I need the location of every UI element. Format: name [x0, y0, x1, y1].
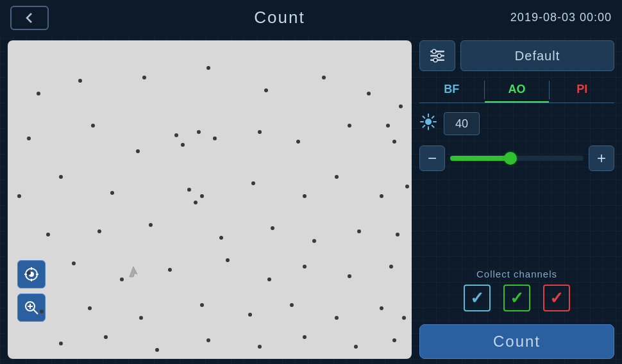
sample-dot [213, 136, 217, 140]
sample-dot [226, 258, 230, 262]
sample-dot [120, 277, 124, 281]
checkmark-bf: ✓ [470, 288, 484, 308]
sample-dot [97, 229, 101, 233]
sample-dot [348, 124, 351, 128]
sample-dot [197, 130, 201, 134]
channel-tabs: BF AO PI [419, 78, 614, 103]
pencil-icon [124, 263, 142, 283]
plus-button[interactable]: + [589, 145, 614, 171]
sample-dot [59, 342, 63, 345]
collect-checkboxes: ✓ ✓ ✓ [464, 285, 570, 311]
sample-dot [59, 175, 63, 179]
tab-ao[interactable]: AO [485, 78, 550, 103]
sample-dot [194, 201, 198, 204]
page-title: Count [254, 8, 305, 28]
svg-point-13 [432, 49, 436, 53]
sample-dot [322, 76, 326, 79]
preset-icon-button[interactable] [419, 40, 455, 71]
sample-dot [264, 88, 268, 92]
checkbox-pi[interactable]: ✓ [543, 285, 570, 311]
sample-dot [290, 303, 294, 307]
sample-dot [396, 233, 399, 236]
sample-dot [335, 175, 339, 179]
sample-dot [142, 76, 146, 79]
svg-line-23 [432, 117, 434, 119]
slider-row: − + [419, 144, 614, 172]
sample-dot [348, 274, 351, 278]
sample-dot [402, 316, 406, 320]
tab-bf[interactable]: BF [419, 78, 484, 103]
brightness-row: 40 [419, 110, 614, 138]
slider-track[interactable] [450, 156, 584, 161]
sample-dot [104, 335, 108, 339]
sample-dot [267, 277, 271, 281]
count-button[interactable]: Count [419, 324, 614, 359]
sample-dot [258, 345, 262, 349]
main-content: Default BF AO PI [0, 35, 622, 364]
sample-dot [392, 140, 396, 144]
sample-dot [139, 316, 143, 320]
slider-fill [450, 156, 510, 161]
slider-thumb[interactable] [504, 152, 517, 165]
sample-dot [17, 194, 21, 198]
sample-dot [149, 223, 153, 227]
sample-dot [200, 194, 204, 198]
minus-button[interactable]: − [419, 145, 445, 171]
sample-dot [136, 149, 140, 153]
sample-dot [91, 124, 95, 128]
sample-dot [303, 194, 307, 198]
svg-line-7 [33, 310, 38, 314]
sample-dot [78, 79, 82, 83]
collect-section: Collect channels ✓ ✓ ✓ [419, 262, 614, 318]
zoom-button[interactable] [17, 294, 46, 322]
svg-line-22 [432, 126, 434, 128]
sample-dot [389, 265, 393, 269]
preset-row: Default [419, 40, 614, 71]
sample-dot [303, 335, 307, 339]
sample-dot [258, 130, 262, 134]
sample-dot [155, 348, 159, 352]
sample-dot [46, 233, 50, 236]
sample-dot [380, 306, 383, 310]
preset-name-button[interactable]: Default [460, 40, 614, 71]
sample-dot [40, 310, 44, 313]
checkbox-ao[interactable]: ✓ [503, 285, 530, 311]
sample-dot [37, 92, 40, 95]
sample-dot [27, 136, 31, 140]
header: Count 2019-08-03 00:00 [0, 0, 622, 35]
collect-label: Collect channels [476, 269, 557, 279]
sample-dot [405, 185, 409, 188]
sample-dot [88, 306, 92, 310]
crosshair-button[interactable] [17, 260, 46, 288]
sample-dot [187, 188, 191, 192]
checkmark-ao: ✓ [510, 288, 524, 308]
spacer [419, 179, 614, 256]
sample-dot [312, 239, 316, 243]
sample-dot [206, 338, 210, 342]
sample-dot [303, 265, 307, 269]
tab-pi[interactable]: PI [550, 78, 614, 103]
svg-point-15 [433, 58, 437, 62]
sample-dot [392, 338, 396, 342]
checkbox-bf[interactable]: ✓ [464, 285, 491, 311]
sample-dot [248, 313, 252, 317]
brightness-icon [419, 113, 437, 135]
sample-dot [357, 229, 361, 233]
sample-dot [271, 226, 274, 230]
right-panel: Default BF AO PI [419, 40, 614, 359]
sample-dot [335, 316, 339, 320]
brightness-value: 40 [444, 112, 480, 135]
sample-dot [72, 261, 76, 265]
svg-point-14 [437, 54, 441, 58]
back-button[interactable] [10, 6, 49, 30]
sample-dot [200, 303, 204, 307]
sample-dot [386, 124, 390, 128]
sample-dot [399, 104, 403, 108]
sample-dot [168, 268, 172, 272]
sample-dot [354, 345, 358, 349]
sample-dot [110, 191, 114, 195]
sample-dot [296, 140, 300, 144]
sample-dot [380, 194, 383, 198]
sample-dot [251, 181, 255, 185]
svg-line-21 [423, 117, 425, 119]
